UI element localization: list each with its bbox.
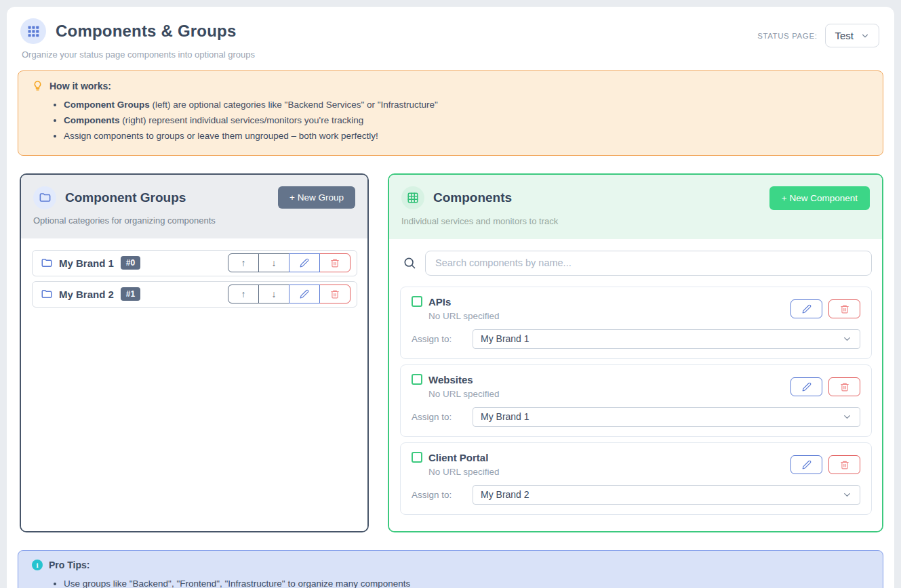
how-it-works-item: Components (right) represent individual …: [64, 112, 869, 128]
lightbulb-icon: [32, 80, 43, 91]
assign-group-select[interactable]: My Brand 1: [473, 407, 860, 427]
how-it-works-item: Component Groups (left) are optional cat…: [64, 97, 869, 112]
component-url-status: No URL specified: [428, 467, 500, 477]
pencil-icon: [802, 304, 812, 314]
component-card: APIs No URL specified: [400, 287, 872, 359]
chevron-down-icon: [842, 412, 852, 422]
status-page-dropdown[interactable]: Test: [825, 24, 879, 47]
delete-group-button[interactable]: [319, 285, 351, 303]
group-row: My Brand 2 #1 ↑ ↓: [32, 281, 357, 308]
page-header: Components & Groups Organize your status…: [20, 18, 879, 60]
group-order-badge: #0: [121, 256, 140, 270]
assign-group-select[interactable]: My Brand 1: [473, 329, 860, 349]
status-page-value: Test: [835, 30, 854, 41]
component-card: Client Portal No URL specified: [400, 442, 872, 515]
delete-group-button[interactable]: [319, 253, 351, 272]
group-row: My Brand 1 #0 ↑ ↓: [32, 250, 357, 276]
edit-group-button[interactable]: [289, 253, 320, 272]
new-group-button[interactable]: + New Group: [278, 186, 355, 209]
search-icon: [403, 256, 416, 270]
components-panel-title: Components: [433, 190, 512, 205]
folder-icon: [41, 257, 53, 269]
move-group-up-button[interactable]: ↑: [228, 253, 259, 272]
chevron-down-icon: [860, 31, 870, 41]
groups-panel-title: Component Groups: [65, 190, 186, 205]
pro-tips-list: Use groups like "Backend", "Frontend", "…: [64, 576, 869, 588]
assigned-group-value: My Brand 2: [481, 489, 529, 500]
pencil-icon: [802, 382, 812, 392]
move-group-down-button[interactable]: ↓: [258, 253, 289, 272]
groups-panel-subtitle: Optional categories for organizing compo…: [33, 215, 355, 226]
component-status-checkbox[interactable]: [412, 296, 422, 307]
delete-component-button[interactable]: [828, 455, 860, 474]
status-page-selector: STATUS PAGE: Test: [757, 24, 879, 47]
component-card: Websites No URL specified: [400, 364, 872, 437]
component-groups-panel: Component Groups + New Group Optional ca…: [20, 173, 369, 532]
component-name: APIs: [428, 296, 451, 308]
trash-icon: [840, 460, 849, 469]
chevron-down-icon: [842, 490, 852, 500]
edit-component-button[interactable]: [790, 377, 822, 396]
assign-to-label: Assign to:: [412, 412, 473, 422]
delete-component-button[interactable]: [828, 299, 860, 318]
component-status-checkbox[interactable]: [412, 374, 422, 385]
component-name: Websites: [428, 374, 473, 385]
group-order-badge: #1: [121, 287, 140, 301]
chevron-down-icon: [842, 334, 852, 344]
folder-icon: [33, 186, 56, 209]
pro-tip-item: Use groups like "Backend", "Frontend", "…: [64, 576, 869, 588]
assigned-group-value: My Brand 1: [481, 333, 529, 344]
how-it-works-item: Assign components to groups or leave the…: [64, 128, 869, 144]
grid-table-icon: [401, 186, 424, 209]
assign-to-label: Assign to:: [412, 490, 473, 500]
page-subtitle: Organize your status page components int…: [22, 49, 255, 60]
pencil-icon: [300, 258, 309, 268]
page-title: Components & Groups: [56, 22, 236, 41]
pro-tips-title: Pro Tips:: [49, 560, 89, 570]
edit-component-button[interactable]: [790, 299, 822, 318]
folder-icon: [41, 288, 53, 300]
group-name: My Brand 1: [59, 257, 114, 269]
trash-icon: [840, 382, 849, 392]
search-components-input[interactable]: [425, 251, 872, 276]
new-component-button[interactable]: + New Component: [769, 186, 870, 210]
trash-icon: [330, 258, 340, 268]
components-groups-page: Components & Groups Organize your status…: [7, 7, 894, 588]
component-status-checkbox[interactable]: [412, 452, 422, 463]
trash-icon: [840, 304, 849, 314]
move-group-up-button[interactable]: ↑: [228, 285, 259, 303]
component-url-status: No URL specified: [428, 389, 500, 399]
assigned-group-value: My Brand 1: [481, 411, 529, 422]
group-name: My Brand 2: [59, 289, 114, 300]
status-page-label: STATUS PAGE:: [757, 32, 817, 40]
edit-component-button[interactable]: [790, 455, 822, 474]
how-it-works-box: How it works: Component Groups (left) ar…: [18, 70, 883, 156]
info-icon: i: [32, 560, 43, 570]
trash-icon: [330, 289, 340, 299]
components-panel-subtitle: Individual services and monitors to trac…: [401, 216, 870, 226]
how-it-works-list: Component Groups (left) are optional cat…: [64, 97, 869, 144]
how-it-works-title: How it works:: [49, 81, 111, 91]
pencil-icon: [802, 460, 812, 469]
pencil-icon: [300, 289, 309, 299]
move-group-down-button[interactable]: ↓: [258, 285, 289, 303]
grid-dots-icon: [20, 18, 46, 44]
edit-group-button[interactable]: [289, 285, 320, 303]
assign-group-select[interactable]: My Brand 2: [473, 485, 860, 505]
component-url-status: No URL specified: [428, 311, 500, 321]
assign-to-label: Assign to:: [412, 334, 473, 344]
components-panel: Components + New Component Individual se…: [388, 173, 883, 532]
delete-component-button[interactable]: [828, 377, 860, 396]
pro-tips-box: i Pro Tips: Use groups like "Backend", "…: [18, 550, 883, 588]
component-name: Client Portal: [428, 452, 488, 463]
